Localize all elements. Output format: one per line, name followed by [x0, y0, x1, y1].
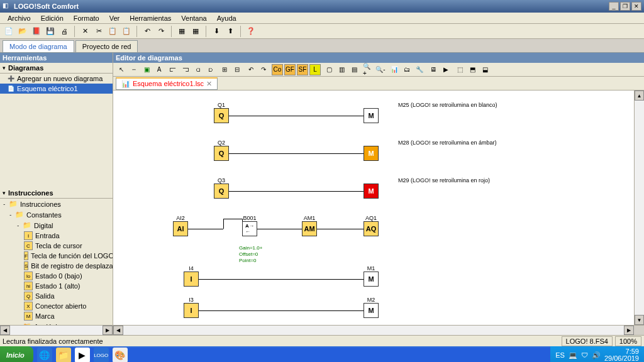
scroll-left-icon[interactable]: ◀ — [0, 326, 10, 335]
zoomout-icon[interactable]: 🔍- — [375, 64, 386, 75]
sf-icon[interactable]: SF — [297, 64, 308, 75]
block-m28[interactable]: M — [364, 146, 379, 161]
tree-digital-item[interactable]: IEntrada — [0, 231, 113, 241]
menu-ventana[interactable]: Ventana — [176, 13, 211, 23]
paste-icon[interactable]: 📋 — [120, 25, 133, 38]
close-tab-icon[interactable]: ✕ — [206, 80, 212, 88]
close-button[interactable]: ✕ — [631, 2, 641, 11]
zoomin-icon[interactable]: 🔍+ — [362, 64, 374, 75]
diagram-canvas[interactable]: Q1 Q M25 (LOGO! se retroilumina en blanc… — [113, 90, 634, 325]
l-icon[interactable]: L — [309, 64, 321, 75]
tree-digital-item[interactable]: MMarca — [0, 311, 113, 321]
task-explorer-icon[interactable]: 📁 — [56, 348, 71, 362]
tree-digital-item[interactable]: FTecla de función del LOGO! — [0, 251, 113, 261]
delete-icon[interactable]: ✕ — [79, 25, 91, 38]
tool3-icon[interactable]: ▣ — [141, 64, 152, 75]
copy-icon[interactable]: 📋 — [106, 25, 119, 38]
new-icon[interactable]: 📄 — [3, 25, 15, 38]
block-q2[interactable]: Q — [214, 146, 229, 161]
diagram-file-tab[interactable]: 📊 Esquema eléctrico1.lsc ✕ — [116, 77, 218, 90]
scroll-right-icon[interactable]: ▶ — [624, 326, 634, 335]
page3-icon[interactable]: ▤ — [348, 64, 360, 75]
redo-icon[interactable]: ↷ — [155, 25, 167, 38]
undo2-icon[interactable]: ↶ — [245, 64, 257, 75]
left-scrollbar[interactable]: ◀ ▶ — [0, 325, 113, 335]
sim1-icon[interactable]: 📊 — [389, 64, 400, 75]
sim2-icon[interactable]: 🗂 — [401, 64, 413, 75]
sim-icon[interactable]: ▶ — [440, 64, 452, 75]
scroll-left-icon[interactable]: ◀ — [113, 326, 123, 335]
block-q1[interactable]: Q — [214, 108, 229, 123]
block-ai2[interactable]: AI — [173, 221, 188, 236]
system-tray[interactable]: ES 💻 🛡 🔊 7:59 29/06/2019 — [550, 346, 644, 362]
tree-digital-item[interactable]: CTecla de cursor — [0, 241, 113, 251]
download-icon[interactable]: ⬇ — [210, 25, 223, 38]
tree-constants[interactable]: -📁 Constantes — [0, 209, 113, 220]
redo2-icon[interactable]: ↷ — [258, 64, 269, 75]
sim3-icon[interactable]: 🔧 — [414, 64, 425, 75]
canvas-hscroll[interactable]: ◀ ▶ — [113, 325, 644, 335]
dist2-icon[interactable]: ⊟ — [231, 64, 243, 75]
align1-icon[interactable]: ⫍ — [167, 64, 179, 75]
block-i3[interactable]: I — [184, 303, 199, 318]
tree-digital-item[interactable]: SBit de registro de desplazam — [0, 261, 113, 271]
print-icon[interactable]: 🖨 — [58, 25, 70, 38]
tree-digital-item[interactable]: hiEstado 1 (alto) — [0, 281, 113, 291]
co-icon[interactable]: Co — [272, 64, 283, 75]
page1-icon[interactable]: ▢ — [323, 64, 335, 75]
tray-icon3[interactable]: 🔊 — [592, 351, 601, 359]
help-icon[interactable]: ❓ — [245, 25, 257, 38]
tree-digital-item[interactable]: loEstado 0 (bajo) — [0, 271, 113, 281]
tree-root[interactable]: -📁 Instrucciones — [0, 199, 113, 209]
align2-icon[interactable]: ⫎ — [180, 64, 191, 75]
block-b001[interactable]: A→← — [242, 221, 257, 236]
menu-ayuda[interactable]: Ayuda — [212, 13, 242, 23]
gf-icon[interactable]: GF — [284, 64, 296, 75]
block-am1[interactable]: AM — [302, 221, 317, 236]
minimize-button[interactable]: _ — [609, 2, 619, 11]
block-m25[interactable]: M — [364, 108, 379, 123]
extra1-icon[interactable]: ⬚ — [454, 64, 465, 75]
tree-digital-item[interactable]: QSalida — [0, 291, 113, 301]
menu-ver[interactable]: Ver — [104, 13, 125, 23]
task-logo-icon[interactable]: LOGO — [94, 348, 109, 362]
menu-herramientas[interactable]: Herramientas — [125, 13, 176, 23]
connect-icon[interactable]: ⎓ — [128, 64, 140, 75]
tray-icon1[interactable]: 💻 — [569, 351, 577, 359]
close-file-icon[interactable]: 📕 — [30, 25, 43, 38]
window2-icon[interactable]: ▦ — [189, 25, 202, 38]
block-m1[interactable]: M — [364, 272, 379, 287]
block-m2[interactable]: M — [364, 303, 379, 318]
extra2-icon[interactable]: ⬒ — [467, 64, 478, 75]
tray-icon2[interactable]: 🛡 — [581, 351, 588, 359]
cut-icon[interactable]: ✂ — [92, 25, 105, 38]
task-ie-icon[interactable]: 🌐 — [37, 348, 52, 362]
block-aq1[interactable]: AQ — [364, 221, 379, 236]
maximize-button[interactable]: ❐ — [620, 2, 630, 11]
align4-icon[interactable]: ⫐ — [205, 64, 216, 75]
task-paint-icon[interactable]: 🎨 — [113, 348, 128, 362]
menu-formato[interactable]: Formato — [69, 13, 104, 23]
tree-digital-item[interactable]: XConector abierto — [0, 301, 113, 311]
open-icon[interactable]: 📂 — [16, 25, 29, 38]
tab-network-mode[interactable]: Proyecto de red — [75, 40, 138, 52]
canvas-vscroll[interactable]: ▲ ▼ — [634, 90, 644, 325]
menu-edicion[interactable]: Edición — [36, 13, 69, 23]
tray-lang[interactable]: ES — [555, 351, 565, 359]
current-diagram-row[interactable]: 📄 Esquema eléctrico1 — [0, 84, 113, 94]
text-icon[interactable]: A — [153, 64, 165, 75]
tree-digital[interactable]: -📁 Digital — [0, 220, 113, 231]
block-q3[interactable]: Q — [214, 184, 229, 199]
add-diagram-row[interactable]: ➕ Agregar un nuevo diagrama — [0, 74, 113, 84]
menu-archivo[interactable]: Archivo — [3, 13, 36, 23]
start-button[interactable]: Inicio — [0, 346, 33, 362]
block-m29[interactable]: M — [364, 184, 379, 199]
align3-icon[interactable]: ⫏ — [192, 64, 204, 75]
scroll-right-icon[interactable]: ▶ — [103, 326, 113, 335]
task-media-icon[interactable]: ▶ — [75, 348, 90, 362]
window1-icon[interactable]: ▦ — [175, 25, 188, 38]
dist1-icon[interactable]: ⊞ — [219, 64, 230, 75]
diagrams-header[interactable]: ▾ Diagramas — [0, 63, 113, 74]
block-i4[interactable]: I — [184, 272, 199, 287]
extra3-icon[interactable]: ⬓ — [479, 64, 491, 75]
